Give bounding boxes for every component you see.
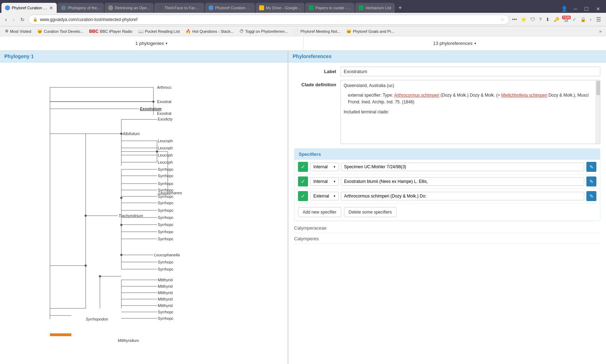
clade-external-specifier: external specifier: Type: Arthrocormus s… bbox=[344, 92, 592, 106]
downloads-icon[interactable]: ⬇ bbox=[544, 16, 551, 23]
bbc-icon: BBC bbox=[89, 29, 99, 34]
phyloreferences-title: Phyloreferences bbox=[293, 53, 332, 59]
phylogeny-title: Phylogeny 1 bbox=[4, 53, 34, 59]
specifier-edit-1[interactable]: ✎ bbox=[586, 162, 596, 172]
main-content: Phylogeny 1 Syrrhopodon Mitthyridium Art… bbox=[0, 51, 606, 364]
tab-3[interactable]: Retrieving an Ope... bbox=[105, 3, 153, 13]
bookmark-label-2: BBC iPlayer Radio bbox=[100, 29, 132, 34]
tab-4[interactable]: Third Face to Face... bbox=[154, 3, 204, 13]
label-input[interactable] bbox=[340, 67, 600, 76]
phyloreferences-dropdown[interactable]: 13 phyloreferences ▾ bbox=[433, 41, 476, 46]
address-star-icon[interactable]: ☆ bbox=[500, 17, 505, 22]
extension-icon-3[interactable]: 🔒 bbox=[579, 16, 587, 23]
most-visited-icon: ⚙ bbox=[5, 29, 9, 34]
add-specifier-button[interactable]: Add new specifier bbox=[298, 207, 341, 217]
tab-close-1[interactable]: ✕ bbox=[49, 5, 53, 11]
specifier-edit-3[interactable]: ✎ bbox=[586, 191, 596, 201]
notes-icon: 📄 bbox=[294, 29, 299, 34]
address-bar[interactable]: 🔒 www.ggvaidya.com/curation-tool/#select… bbox=[28, 15, 509, 25]
bookmarks-more-icon[interactable]: » bbox=[597, 28, 604, 35]
label-syrrhopc7: Syrrhopc bbox=[158, 208, 174, 212]
reload-button[interactable]: ↻ bbox=[18, 16, 27, 24]
specifier-type-dropdown-1[interactable]: Internal ▾ bbox=[310, 163, 339, 171]
phyloreferences-panel: Phyloreferences Label Clade definition bbox=[288, 51, 606, 364]
dropdown-chevron-1: ▾ bbox=[334, 165, 335, 169]
nav-right-icons: ••• ⭐ 🛡 ? ⬇ 🔑 📊 7239 ✓ 🔒 › ☰ bbox=[511, 15, 603, 24]
add-tab-button[interactable]: + bbox=[395, 3, 405, 13]
help-icon[interactable]: ? bbox=[537, 16, 543, 23]
label-field-label: Label bbox=[294, 69, 340, 74]
tab-6[interactable]: My Drive - Google... bbox=[256, 3, 304, 13]
label-leucoph1: Leucoph bbox=[158, 139, 173, 143]
tab-1[interactable]: Phyloref Curation T... ✕ bbox=[1, 3, 57, 13]
svg-point-39 bbox=[120, 197, 122, 199]
label-mitthyrid2: Mitthyrid bbox=[158, 284, 173, 288]
clade-scroll-thumb[interactable] bbox=[596, 81, 600, 95]
bookmark-phyloref-goals[interactable]: 🐱 Phyloref Goals and Pr... bbox=[343, 28, 397, 35]
specifier-edit-2[interactable]: ✎ bbox=[586, 176, 596, 186]
bookmark-most-visited[interactable]: ⚙ Most Visited bbox=[2, 28, 34, 34]
arthrocormus-link[interactable]: Arthrocormus schimperi bbox=[394, 93, 439, 98]
back-button[interactable]: ‹ bbox=[3, 15, 9, 24]
bookmark-hot-questions[interactable]: 🔥 Hot Questions - Stack... bbox=[183, 28, 237, 35]
bookmark-pocket[interactable]: 📖 Pocket Reading List bbox=[135, 28, 183, 35]
hamburger-icon[interactable]: ☰ bbox=[594, 15, 603, 24]
tab-2[interactable]: Phylogeny of the... bbox=[57, 3, 104, 13]
label-albifolium: Albifolium bbox=[122, 132, 140, 136]
clade-location: Queensland, Australia (uc) bbox=[344, 82, 592, 89]
tab-8[interactable]: Herbarium List bbox=[355, 3, 395, 13]
extension-icon-1[interactable]: 📊 7239 bbox=[562, 16, 570, 23]
tab-label-4: Third Face to Face... bbox=[165, 6, 201, 10]
tree-container: Syrrhopodon Mitthyridium Arthrocc Exostr… bbox=[0, 62, 288, 364]
close-window-button[interactable]: ✕ bbox=[593, 5, 603, 12]
specifier-type-dropdown-2[interactable]: Internal ▾ bbox=[310, 177, 339, 186]
label-mitthyrid5: Mitthyrid bbox=[158, 303, 173, 308]
bookmark-phyloref-notes[interactable]: 📄 Phyloref Meeting Not... bbox=[291, 28, 343, 35]
bookmark-bbc[interactable]: BBC BBC iPlayer Radio bbox=[86, 28, 135, 35]
extension-icon-2[interactable]: ✓ bbox=[571, 16, 578, 23]
tab-label-7: Papers to curate - ... bbox=[315, 6, 351, 10]
svg-rect-57 bbox=[50, 333, 71, 336]
more-extensions-icon[interactable]: › bbox=[589, 16, 593, 23]
phyloreferences-header: Phyloreferences bbox=[288, 51, 606, 62]
extension-badge: 7239 bbox=[562, 16, 571, 19]
forward-button[interactable]: › bbox=[10, 15, 16, 24]
tab-label-3: Retrieving an Ope... bbox=[115, 6, 150, 10]
tab-favicon-8 bbox=[359, 5, 364, 10]
phylogenies-dropdown[interactable]: 1 phylogenies ▾ bbox=[135, 41, 167, 46]
more-tools-icon[interactable]: ••• bbox=[511, 16, 519, 23]
mielichhoferia-link[interactable]: Mielichhoferia schimperi bbox=[501, 93, 547, 98]
specifiers-header: Specifiers bbox=[294, 149, 600, 160]
clade-scroll-track[interactable] bbox=[596, 80, 600, 144]
delete-specifiers-button[interactable]: Delete some specifiers bbox=[344, 207, 397, 217]
label-syrrhopc2: Syrrhopc bbox=[158, 174, 174, 178]
label-leucoph3: Leucoph bbox=[158, 153, 173, 157]
bookmark-curation[interactable]: 🐱 Curation Tool Develo... bbox=[34, 28, 86, 35]
specifiers-section: Specifiers ✓ Internal ▾ Specimen UC:Mish… bbox=[294, 148, 600, 221]
tab-label-5: Phyloref Curation Too... bbox=[215, 6, 251, 10]
tab-favicon-5 bbox=[208, 5, 213, 10]
password-icon[interactable]: 🔑 bbox=[552, 16, 561, 23]
bookmark-star-icon[interactable]: ⭐ bbox=[519, 16, 528, 23]
specifier-type-label-1: Internal bbox=[313, 164, 328, 169]
specifiers-title: Specifiers bbox=[299, 152, 321, 157]
tab-favicon-2 bbox=[61, 5, 66, 10]
svg-point-40 bbox=[120, 224, 122, 226]
specifier-type-label-2: Internal bbox=[313, 179, 328, 184]
minimize-button[interactable]: ─ bbox=[571, 5, 580, 12]
tab-5[interactable]: Phyloref Curation Too... bbox=[205, 3, 255, 13]
specifier-row-1: ✓ Internal ▾ Specimen UC:Mishler 7/24/98… bbox=[294, 160, 600, 174]
specifier-type-dropdown-3[interactable]: External ▾ bbox=[310, 192, 339, 200]
phylogenies-label: 1 phylogenies bbox=[135, 41, 164, 46]
phylogenies-chevron: ▾ bbox=[166, 41, 167, 45]
label-leucoph4: Leucoph bbox=[158, 160, 173, 164]
tab-7[interactable]: Papers to curate - ... bbox=[305, 3, 355, 13]
shield-icon[interactable]: 🛡 bbox=[529, 16, 536, 23]
specifier-type-label-3: External bbox=[313, 194, 329, 199]
family-label: Calymperaceae bbox=[294, 225, 600, 233]
user-icon[interactable]: 👤 bbox=[560, 5, 569, 13]
maximize-button[interactable]: ☐ bbox=[581, 5, 592, 12]
clade-def-content[interactable]: Queensland, Australia (uc) external spec… bbox=[340, 80, 600, 144]
tab-label-8: Herbarium List bbox=[365, 6, 391, 10]
bookmark-toggl[interactable]: ⏱ Toggl on Phyloreferren... bbox=[237, 28, 291, 35]
